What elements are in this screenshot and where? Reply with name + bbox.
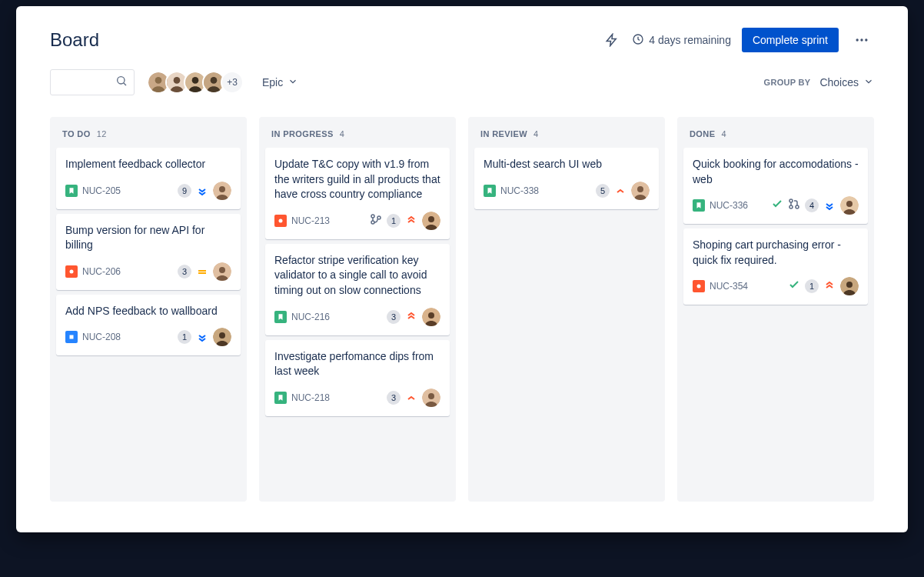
issue-key: NUC-354 <box>710 281 748 292</box>
svg-point-21 <box>279 218 283 222</box>
priority-highest-icon <box>405 215 417 227</box>
svg-point-2 <box>860 38 863 41</box>
issue-card[interactable]: Bump version for new API for billingNUC-… <box>56 214 241 290</box>
svg-point-6 <box>155 77 162 84</box>
assignee-avatar[interactable] <box>840 277 859 295</box>
svg-point-26 <box>428 216 434 222</box>
issue-card[interactable]: Update T&C copy with v1.9 from the write… <box>265 148 450 239</box>
toolbar-left: +3 Epic <box>50 69 304 95</box>
done-check-icon <box>771 198 783 213</box>
card-meta: 3 <box>387 308 440 326</box>
card-meta: 1 <box>178 328 231 346</box>
issue-card[interactable]: Multi-dest search UI webNUC-3385 <box>474 148 659 209</box>
svg-point-37 <box>846 201 853 207</box>
svg-point-12 <box>211 77 218 84</box>
svg-point-35 <box>796 205 799 208</box>
assignee-avatar[interactable] <box>213 328 231 346</box>
priority-medium-icon <box>196 265 208 278</box>
story-points-badge: 1 <box>178 330 191 344</box>
story-points-badge: 1 <box>805 279 819 293</box>
complete-sprint-button[interactable]: Complete sprint <box>742 28 839 52</box>
page-title: Board <box>50 29 99 51</box>
search-field[interactable] <box>61 76 115 88</box>
task-type-icon <box>65 331 78 343</box>
search-input[interactable] <box>50 69 135 95</box>
column-name: DONE <box>690 129 715 138</box>
assignee-avatar[interactable] <box>422 212 440 230</box>
group-by-label: GROUP BY <box>764 78 811 87</box>
issue-key: NUC-336 <box>710 200 748 211</box>
svg-point-1 <box>856 38 859 41</box>
card-footer: NUC-2063 <box>65 262 231 281</box>
card-title: Multi-dest search UI web <box>484 157 650 172</box>
issue-card[interactable]: Refactor stripe verification key validat… <box>265 244 450 335</box>
assignee-avatar[interactable] <box>213 262 231 281</box>
assignee-avatar[interactable] <box>422 389 440 407</box>
issue-card[interactable]: Add NPS feedback to wallboardNUC-2081 <box>56 295 241 356</box>
story-points-badge: 9 <box>178 184 191 198</box>
column-header: IN PROGRESS 4 <box>265 126 450 148</box>
svg-point-22 <box>371 215 374 218</box>
board-app: Board 4 days remaining Complete sprint <box>16 6 908 532</box>
column-name: IN PROGRESS <box>271 129 334 138</box>
svg-point-3 <box>865 38 867 41</box>
svg-point-24 <box>377 216 381 219</box>
board-header: Board 4 days remaining Complete sprint <box>50 28 874 52</box>
issue-card[interactable]: Shoping cart purchasing error - quick fi… <box>683 228 868 305</box>
column-count: 12 <box>97 129 107 138</box>
column-name: TO DO <box>62 129 91 138</box>
story-type-icon <box>693 199 705 212</box>
avatar-more[interactable]: +3 <box>221 71 244 94</box>
assignee-avatar[interactable] <box>840 196 859 215</box>
more-actions-button[interactable] <box>849 28 874 52</box>
assignee-avatar[interactable] <box>631 182 650 200</box>
column-todo: TO DO 12 Implement feedback collectorNUC… <box>50 117 247 502</box>
column-done: DONE 4 Quick booking for accomodations -… <box>677 117 874 502</box>
bolt-icon[interactable] <box>603 31 621 49</box>
column-name: IN REVIEW <box>480 129 527 138</box>
svg-rect-18 <box>70 335 74 339</box>
svg-point-40 <box>846 282 853 288</box>
issue-card[interactable]: Implement feedback collectorNUC-2059 <box>56 148 241 209</box>
card-meta: 1 <box>370 212 440 230</box>
assignee-filter[interactable]: +3 <box>147 71 244 94</box>
card-footer: NUC-2183 <box>274 389 440 407</box>
card-title: Implement feedback collector <box>65 157 231 172</box>
card-key-wrap: NUC-205 <box>65 185 121 197</box>
svg-point-32 <box>637 186 643 192</box>
card-meta: 4 <box>771 196 859 215</box>
svg-point-38 <box>697 285 701 288</box>
bug-type-icon <box>693 280 705 292</box>
epic-filter[interactable]: Epic <box>256 72 304 94</box>
card-footer: NUC-2131 <box>274 212 440 230</box>
card-footer: NUC-2059 <box>65 182 231 200</box>
toolbar-right: GROUP BY Choices <box>764 76 874 89</box>
svg-point-28 <box>428 312 434 319</box>
issue-card[interactable]: Investigate perfomance dips from last we… <box>265 340 450 416</box>
priority-low-icon <box>823 199 836 212</box>
group-by-select[interactable]: Choices <box>819 76 874 89</box>
story-points-badge: 3 <box>178 265 191 278</box>
card-meta: 1 <box>788 277 859 295</box>
assignee-avatar[interactable] <box>213 182 231 200</box>
issue-card[interactable]: Quick booking for accomodations - webNUC… <box>683 148 868 224</box>
choices-label: Choices <box>819 76 859 88</box>
clock-icon <box>632 33 644 48</box>
story-type-icon <box>274 392 287 404</box>
bug-type-icon <box>274 215 287 227</box>
story-type-icon <box>65 185 78 197</box>
assignee-avatar[interactable] <box>422 308 440 326</box>
column-inprogress: IN PROGRESS 4 Update T&C copy with v1.9 … <box>259 117 456 502</box>
card-title: Investigate perfomance dips from last we… <box>274 349 440 379</box>
card-key-wrap: NUC-218 <box>274 392 330 404</box>
column-inreview: IN REVIEW 4 Multi-dest search UI webNUC-… <box>468 117 665 502</box>
chevron-down-icon <box>288 76 298 89</box>
epic-label: Epic <box>262 76 283 88</box>
board-columns: TO DO 12 Implement feedback collectorNUC… <box>50 117 874 502</box>
priority-low-icon <box>196 185 208 197</box>
card-title: Shoping cart purchasing error - quick fi… <box>693 238 859 268</box>
story-points-badge: 4 <box>805 198 819 212</box>
column-header: DONE 4 <box>683 126 868 148</box>
priority-highest-icon <box>823 280 836 292</box>
bug-type-icon <box>65 265 78 278</box>
